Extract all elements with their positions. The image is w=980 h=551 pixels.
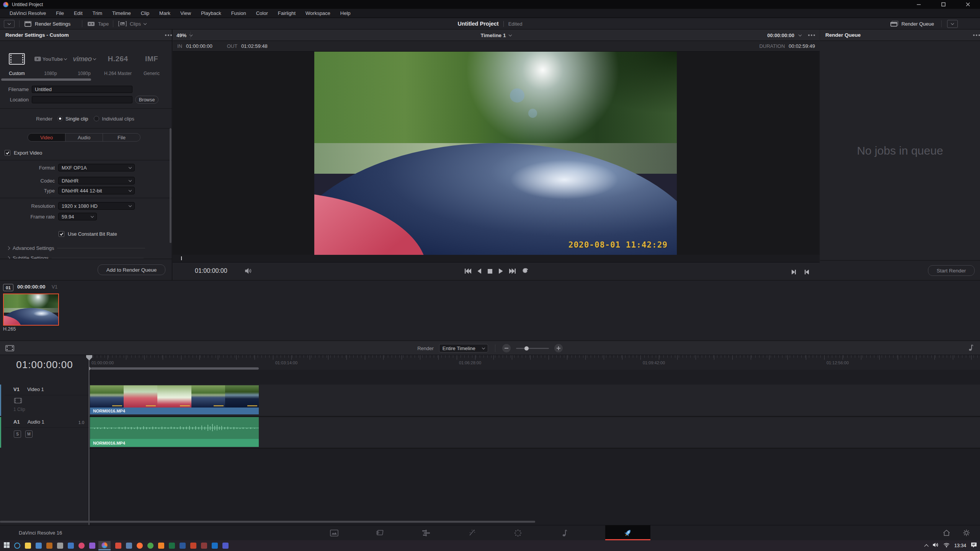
taskbar-icon-creative-app[interactable] [89, 543, 95, 549]
solo-button[interactable]: S [14, 430, 21, 438]
clips-button[interactable]: Clips [118, 18, 146, 29]
taskbar-icon-teams[interactable] [222, 543, 229, 549]
resolution-dropdown[interactable]: 1920 x 1080 HD [58, 202, 135, 210]
menu-edit[interactable]: Edit [69, 10, 87, 16]
project-settings-gear-icon[interactable] [963, 529, 970, 538]
timeline-selector[interactable]: Timeline 1 [173, 29, 820, 41]
tab-audio[interactable]: Audio [65, 134, 103, 141]
taskbar-icon-mail[interactable] [68, 543, 74, 549]
type-dropdown[interactable]: DNxHR 444 12-bit [58, 187, 135, 194]
visible-range-bar[interactable] [91, 367, 259, 370]
maximize-button[interactable] [931, 0, 956, 9]
menu-fusion[interactable]: Fusion [226, 10, 251, 16]
minimize-button[interactable] [906, 0, 931, 9]
wifi-icon[interactable] [943, 542, 950, 549]
step-back-button[interactable] [478, 268, 481, 275]
taskbar-icon-powerpoint[interactable] [190, 543, 196, 549]
export-video-checkbox[interactable] [5, 150, 10, 156]
taskbar-icon-word[interactable] [180, 543, 186, 549]
preset-imf[interactable]: IMF Generic [135, 42, 168, 78]
options-menu-icon[interactable] [165, 34, 167, 36]
notification-center-icon[interactable] [971, 542, 977, 549]
menu-mark[interactable]: Mark [154, 10, 175, 16]
taskbar-icon-cortana[interactable] [14, 543, 20, 549]
tape-button[interactable]: Tape [87, 18, 109, 29]
preset-h264[interactable]: H.264 H.264 Master [101, 42, 135, 78]
mute-button[interactable]: M [25, 430, 33, 438]
scrub-bar[interactable] [173, 255, 820, 262]
close-button[interactable] [956, 0, 980, 9]
taskbar-icon-file-explorer[interactable] [25, 543, 31, 549]
menu-file[interactable]: File [51, 10, 69, 16]
menu-help[interactable]: Help [335, 10, 356, 16]
stop-button[interactable] [488, 268, 492, 275]
menu-trim[interactable]: Trim [88, 10, 108, 16]
taskbar-icon-outlook[interactable] [212, 543, 218, 549]
tab-file[interactable]: File [103, 134, 140, 141]
preset-final-cut[interactable]: Final [168, 42, 172, 78]
taskbar-icon-media-player[interactable] [78, 543, 85, 549]
render-settings-toggle[interactable]: Render Settings [24, 18, 70, 29]
menu-timeline[interactable]: Timeline [107, 10, 136, 16]
tab-video[interactable]: Video [28, 134, 65, 141]
preset-youtube[interactable]: YouTube 1080p [34, 42, 67, 78]
individual-clips-radio[interactable] [94, 116, 99, 121]
page-deliver[interactable] [605, 525, 650, 541]
project-manager-home-icon[interactable] [943, 530, 950, 538]
zoom-in-button[interactable] [554, 344, 563, 352]
menu-playback[interactable]: Playback [196, 10, 226, 16]
panel-toggle-right[interactable] [947, 20, 958, 28]
scrub-playhead[interactable] [181, 256, 182, 260]
go-to-end-button[interactable] [509, 268, 516, 275]
loop-button[interactable] [522, 268, 528, 275]
clip-thumbnail[interactable] [3, 293, 59, 326]
audio-waveform-toggle-icon[interactable] [967, 345, 973, 353]
menu-view[interactable]: View [175, 10, 196, 16]
taskbar-icon-photos[interactable] [46, 543, 52, 549]
page-color[interactable] [513, 528, 523, 538]
menu-color[interactable]: Color [251, 10, 273, 16]
taskbar-icon-firefox[interactable] [137, 543, 143, 549]
timeline-scrollbar[interactable] [0, 521, 535, 523]
audio-clip[interactable]: NORM0016.MP4 [90, 417, 259, 447]
play-from-in-button[interactable] [805, 269, 809, 276]
slider-knob[interactable] [524, 346, 529, 350]
taskbar-icon-chrome[interactable] [147, 543, 154, 549]
taskbar-icon-utility[interactable] [126, 543, 132, 549]
tray-expand-icon[interactable] [924, 544, 928, 548]
single-clip-radio[interactable] [57, 116, 63, 121]
start-button[interactable] [4, 542, 10, 549]
viewer-options-icon[interactable] [808, 34, 810, 36]
advanced-settings-toggle[interactable]: Advanced Settings [7, 245, 168, 251]
video-track-type-icon[interactable] [14, 398, 22, 403]
panel-scrollbar[interactable] [170, 128, 172, 243]
page-fusion[interactable] [467, 528, 477, 538]
taskbar-icon-vlc[interactable] [158, 543, 164, 549]
preset-vimeo[interactable]: vimeo 1080p [67, 42, 101, 78]
render-range-dropdown[interactable]: Entire Timeline [439, 344, 488, 352]
preset-custom[interactable]: Custom [0, 42, 34, 78]
volume-icon[interactable] [933, 542, 939, 549]
menu-workspace[interactable]: Workspace [301, 10, 335, 16]
cbr-checkbox[interactable] [59, 231, 64, 237]
browse-button[interactable]: Browse [135, 96, 158, 104]
page-media[interactable] [330, 528, 339, 538]
taskbar-icon-settings[interactable] [57, 543, 63, 549]
menu-fairlight[interactable]: Fairlight [273, 10, 301, 16]
preset-scrollbar[interactable] [1, 78, 91, 81]
page-edit[interactable] [421, 528, 431, 538]
playhead-marker[interactable] [86, 355, 92, 360]
zoom-out-button[interactable] [502, 344, 511, 352]
filename-input[interactable] [32, 86, 132, 93]
taskbar-icon-notes[interactable] [115, 543, 121, 549]
video-preview[interactable]: 2020-08-01 11:42:29 [314, 52, 677, 255]
taskbar-icon-davinci-resolve-active[interactable] [98, 541, 111, 550]
audio-track-id[interactable]: A1 [13, 419, 20, 425]
frame-rate-dropdown[interactable]: 59.94 [58, 213, 97, 220]
page-cut[interactable] [376, 528, 385, 538]
location-input[interactable] [32, 96, 132, 103]
timeline-zoom-slider[interactable] [516, 348, 549, 349]
play-to-out-button[interactable] [792, 269, 796, 276]
page-fairlight[interactable] [559, 528, 568, 538]
go-to-start-button[interactable] [465, 268, 471, 275]
